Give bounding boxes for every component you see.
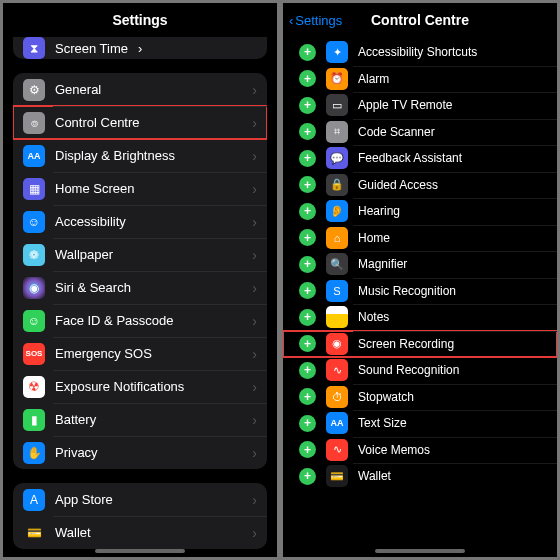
add-button[interactable]: + — [299, 282, 316, 299]
control-row-home[interactable]: +⌂Home — [283, 225, 557, 252]
chevron-right-icon: › — [252, 181, 257, 197]
row-general[interactable]: ⚙︎General› — [13, 73, 267, 106]
row-siri-search[interactable]: ◉Siri & Search› — [13, 271, 267, 304]
add-button[interactable]: + — [299, 176, 316, 193]
row-label: Home Screen — [55, 181, 134, 196]
control-row-code-scanner[interactable]: +⌗Code Scanner — [283, 119, 557, 146]
control-row-voice-memos[interactable]: +∿Voice Memos — [283, 437, 557, 464]
row-label: Face ID & Passcode — [55, 313, 174, 328]
control-label: Stopwatch — [358, 390, 414, 404]
control-label: Guided Access — [358, 178, 438, 192]
add-button[interactable]: + — [299, 309, 316, 326]
control-row-sound-recognition[interactable]: +∿Sound Recognition — [283, 357, 557, 384]
row-label: Display & Brightness — [55, 148, 175, 163]
row-display-brightness[interactable]: AADisplay & Brightness› — [13, 139, 267, 172]
add-button[interactable]: + — [299, 97, 316, 114]
chevron-right-icon: › — [252, 445, 257, 461]
row-wallet[interactable]: 💳Wallet› — [13, 516, 267, 549]
chevron-right-icon: › — [252, 280, 257, 296]
back-button[interactable]: ‹ Settings — [289, 13, 342, 28]
control-label: Sound Recognition — [358, 363, 459, 377]
add-button[interactable]: + — [299, 256, 316, 273]
control-label: Screen Recording — [358, 337, 454, 351]
row-label: Siri & Search — [55, 280, 131, 295]
row-app-store[interactable]: AApp Store› — [13, 483, 267, 516]
app-store-icon: A — [23, 489, 45, 511]
exposure-notifications-icon: ☢ — [23, 376, 45, 398]
control-label: Wallet — [358, 469, 391, 483]
display-brightness-icon: AA — [23, 145, 45, 167]
control-row-accessibility-shortcuts[interactable]: +✦Accessibility Shortcuts — [283, 39, 557, 66]
control-row-alarm[interactable]: +⏰Alarm — [283, 66, 557, 93]
row-emergency-sos[interactable]: SOSEmergency SOS› — [13, 337, 267, 370]
control-row-feedback-assistant[interactable]: +💬Feedback Assistant — [283, 145, 557, 172]
row-control-centre[interactable]: ⌾Control Centre› — [13, 106, 267, 139]
control-row-wallet[interactable]: +💳Wallet — [283, 463, 557, 490]
row-label: Accessibility — [55, 214, 126, 229]
chevron-right-icon: › — [252, 346, 257, 362]
row-label: Wallpaper — [55, 247, 113, 262]
add-button[interactable]: + — [299, 123, 316, 140]
row-label: Control Centre — [55, 115, 140, 130]
row-home-screen[interactable]: ▦Home Screen› — [13, 172, 267, 205]
add-button[interactable]: + — [299, 415, 316, 432]
chevron-left-icon: ‹ — [289, 13, 293, 28]
control-row-text-size[interactable]: +AAText Size — [283, 410, 557, 437]
add-button[interactable]: + — [299, 388, 316, 405]
row-label: Emergency SOS — [55, 346, 152, 361]
add-button[interactable]: + — [299, 229, 316, 246]
row-face-id-passcode[interactable]: ☺Face ID & Passcode› — [13, 304, 267, 337]
row-exposure-notifications[interactable]: ☢Exposure Notifications› — [13, 370, 267, 403]
add-button[interactable]: + — [299, 441, 316, 458]
row-accessibility[interactable]: ☺Accessibility› — [13, 205, 267, 238]
feedback-assistant-icon: 💬 — [326, 147, 348, 169]
add-button[interactable]: + — [299, 203, 316, 220]
row-label: Privacy — [55, 445, 98, 460]
control-row-magnifier[interactable]: +🔍Magnifier — [283, 251, 557, 278]
settings-content[interactable]: ⧗ Screen Time › ⚙︎General›⌾Control Centr… — [3, 37, 277, 557]
row-label: Exposure Notifications — [55, 379, 184, 394]
control-row-hearing[interactable]: +👂Hearing — [283, 198, 557, 225]
stopwatch-icon: ⏱ — [326, 386, 348, 408]
control-row-screen-recording[interactable]: +◉Screen Recording — [283, 331, 557, 358]
apple-tv-remote-icon: ▭ — [326, 94, 348, 116]
general-icon: ⚙︎ — [23, 79, 45, 101]
chevron-right-icon: › — [252, 214, 257, 230]
controls-list[interactable]: +✦Accessibility Shortcuts+⏰Alarm+▭Apple … — [283, 37, 557, 557]
control-row-stopwatch[interactable]: +⏱Stopwatch — [283, 384, 557, 411]
chevron-right-icon: › — [252, 412, 257, 428]
row-battery[interactable]: ▮Battery› — [13, 403, 267, 436]
add-button[interactable]: + — [299, 362, 316, 379]
accessibility-shortcuts-icon: ✦ — [326, 41, 348, 63]
control-row-music-recognition[interactable]: +SMusic Recognition — [283, 278, 557, 305]
add-button[interactable]: + — [299, 150, 316, 167]
text-size-icon: AA — [326, 412, 348, 434]
add-button[interactable]: + — [299, 468, 316, 485]
emergency-sos-icon: SOS — [23, 343, 45, 365]
control-row-apple-tv-remote[interactable]: +▭Apple TV Remote — [283, 92, 557, 119]
accessibility-icon: ☺ — [23, 211, 45, 233]
control-row-notes[interactable]: +Notes — [283, 304, 557, 331]
notes-icon — [326, 306, 348, 328]
chevron-right-icon: › — [252, 82, 257, 98]
privacy-icon: ✋ — [23, 442, 45, 464]
row-screen-time[interactable]: ⧗ Screen Time › — [13, 37, 267, 59]
control-row-guided-access[interactable]: +🔒Guided Access — [283, 172, 557, 199]
code-scanner-icon: ⌗ — [326, 121, 348, 143]
row-wallpaper[interactable]: ❁Wallpaper› — [13, 238, 267, 271]
home-indicator[interactable] — [95, 549, 185, 553]
home-indicator[interactable] — [375, 549, 465, 553]
control-label: Magnifier — [358, 257, 407, 271]
row-privacy[interactable]: ✋Privacy› — [13, 436, 267, 469]
settings-group-1: ⚙︎General›⌾Control Centre›AADisplay & Br… — [13, 73, 267, 469]
nav-title: Settings — [112, 12, 167, 28]
add-button[interactable]: + — [299, 70, 316, 87]
control-label: Voice Memos — [358, 443, 430, 457]
add-button[interactable]: + — [299, 44, 316, 61]
control-label: Text Size — [358, 416, 407, 430]
screen-time-icon: ⧗ — [23, 37, 45, 59]
face-id-passcode-icon: ☺ — [23, 310, 45, 332]
navbar: ‹ Settings Control Centre — [283, 3, 557, 37]
add-button[interactable]: + — [299, 335, 316, 352]
row-label: App Store — [55, 492, 113, 507]
